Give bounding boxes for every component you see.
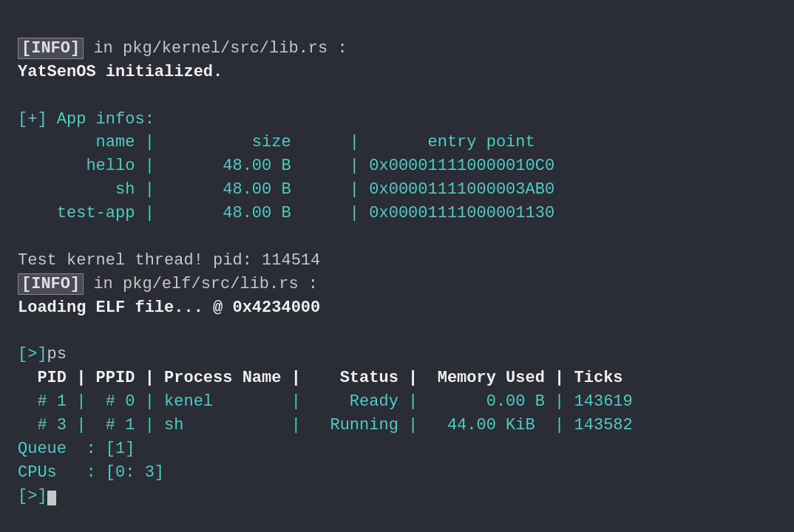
loading-line: Loading ELF file... @ 0x4234000 bbox=[18, 299, 320, 317]
info-line-1-text: in pkg/kernel/src/lib.rs : bbox=[84, 39, 347, 58]
ps-row-1: # 1 | # 0 | kenel | Ready | 0.00 B | 143… bbox=[18, 392, 633, 411]
ps-header: PID | PPID | Process Name | Status | Mem… bbox=[18, 369, 623, 387]
prompt-end: [>] bbox=[18, 487, 47, 505]
app-row-hello: hello | 48.00 B | 0x000011110000010C0 bbox=[18, 157, 554, 175]
cursor bbox=[47, 491, 56, 505]
prompt-ps: [>] bbox=[18, 345, 47, 364]
info-line-2-text: in pkg/elf/src/lib.rs : bbox=[84, 275, 318, 293]
table-header: name | size | entry point bbox=[18, 133, 535, 151]
thread-line: Test kernel thread! pid: 114514 bbox=[18, 251, 320, 270]
cpus-line: CPUs : [0: 3] bbox=[18, 463, 164, 482]
yatsen-init: YatSenOS initialized. bbox=[18, 63, 223, 81]
app-row-testapp: test-app | 48.00 B | 0x00001111000001130 bbox=[18, 204, 554, 222]
queue-line: Queue : [1] bbox=[18, 440, 135, 458]
ps-row-2: # 3 | # 1 | sh | Running | 44.00 KiB | 1… bbox=[18, 416, 633, 434]
ps-command: ps bbox=[47, 345, 67, 364]
app-infos-header: [+] App infos: bbox=[18, 110, 155, 129]
info-badge-2: [INFO] bbox=[18, 273, 84, 295]
terminal-output: [INFO] in pkg/kernel/src/lib.rs : YatSen… bbox=[18, 13, 776, 508]
app-row-sh: sh | 48.00 B | 0x00001111000003AB0 bbox=[18, 180, 554, 199]
info-badge-1: [INFO] bbox=[18, 38, 84, 59]
